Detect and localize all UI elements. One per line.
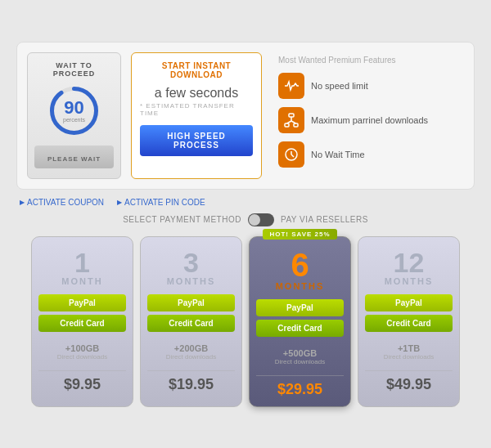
activate-pin-label: ACTIVATE PIN CODE bbox=[124, 198, 205, 207]
payment-method-label: SELECT PAYMENT METHOD bbox=[123, 215, 241, 224]
svg-rect-4 bbox=[294, 123, 298, 127]
payment-toggle-switch[interactable] bbox=[248, 213, 274, 226]
feature-item-0: No speed limit bbox=[278, 73, 457, 99]
paypal-button-0[interactable]: PayPal bbox=[38, 294, 126, 311]
plan-dl-label-1: Direct downloads bbox=[166, 353, 216, 361]
paypal-button-1[interactable]: PayPal bbox=[147, 294, 235, 311]
payment-toggle-row: SELECT PAYMENT METHOD PAY VIA RESELLERS bbox=[16, 213, 475, 226]
plan-unit-0: MONTH bbox=[61, 276, 102, 286]
svg-line-10 bbox=[291, 155, 294, 157]
plan-number-1: 3 bbox=[183, 249, 199, 276]
download-title: START INSTANT DOWNLOAD bbox=[140, 61, 253, 79]
circle-text: 90 percents bbox=[63, 99, 85, 123]
plan-dl-label-2: Direct downloads bbox=[275, 358, 325, 365]
hot-badge-2: HOT! SAVE 25% bbox=[263, 229, 336, 240]
plan-storage-0: +100GB bbox=[65, 343, 99, 353]
paypal-button-2[interactable]: PayPal bbox=[256, 299, 344, 316]
credit-button-1[interactable]: Credit Card bbox=[147, 315, 235, 332]
plan-card-3: 12MONTHSPayPalCredit Card+1TBDirect down… bbox=[358, 236, 460, 407]
paypal-button-3[interactable]: PayPal bbox=[365, 294, 453, 311]
features-title: Most Wanted Premium Features bbox=[278, 56, 457, 65]
activate-pin-link[interactable]: ▶ ACTIVATE PIN CODE bbox=[117, 198, 205, 207]
plan-storage-3: +1TB bbox=[398, 343, 420, 353]
transfer-time: a few seconds bbox=[155, 86, 238, 101]
plan-price-0: $9.95 bbox=[64, 376, 101, 393]
wait-title: WAIT TO PROCEED bbox=[34, 61, 114, 78]
arrow-icon-1: ▶ bbox=[117, 199, 122, 206]
credit-button-3[interactable]: Credit Card bbox=[365, 315, 453, 332]
credit-button-0[interactable]: Credit Card bbox=[38, 315, 126, 332]
svg-line-7 bbox=[291, 121, 296, 123]
plan-card-1: 3MONTHSPayPalCredit Card+200GBDirect dow… bbox=[140, 236, 242, 407]
feature-text-2: No Wait Time bbox=[311, 150, 365, 159]
plan-divider-2 bbox=[256, 375, 344, 376]
top-section: WAIT TO PROCEED 90 percents PLEASE WAIT … bbox=[16, 42, 475, 190]
plan-card-2: HOT! SAVE 25%6MONTHSPayPalCredit Card+50… bbox=[249, 236, 351, 407]
plan-dl-label-0: Direct downloads bbox=[57, 353, 107, 361]
plans-section: 1MONTHPayPalCredit Card+100GBDirect down… bbox=[16, 236, 475, 407]
plan-number-0: 1 bbox=[74, 249, 90, 276]
credit-button-2[interactable]: Credit Card bbox=[256, 320, 344, 337]
activate-coupon-label: ACTIVATE COUPON bbox=[27, 198, 104, 207]
svg-rect-3 bbox=[285, 123, 289, 127]
circle-number: 90 bbox=[63, 99, 85, 117]
pulse-icon bbox=[278, 73, 304, 99]
feature-item-2: No Wait Time bbox=[278, 141, 457, 168]
svg-line-6 bbox=[287, 121, 292, 123]
plan-unit-1: MONTHS bbox=[167, 276, 216, 286]
plan-dl-label-3: Direct downloads bbox=[384, 353, 434, 361]
feature-text-0: No speed limit bbox=[311, 81, 368, 91]
resellers-label: PAY VIA RESELLERS bbox=[281, 215, 368, 224]
plan-number-2: 6 bbox=[291, 249, 309, 281]
plan-unit-2: MONTHS bbox=[276, 281, 325, 291]
plan-price-3: $49.95 bbox=[386, 376, 431, 393]
wait-bottom-text: PLEASE WAIT bbox=[47, 155, 101, 163]
high-speed-button[interactable]: HIGH SPEED PROCESS bbox=[140, 125, 253, 156]
plan-number-3: 12 bbox=[394, 249, 425, 276]
circle-label: percents bbox=[63, 117, 85, 123]
transfer-label: * ESTIMATED TRANSFER TIME bbox=[140, 102, 253, 117]
toggle-knob bbox=[249, 214, 260, 226]
plan-divider-3 bbox=[365, 370, 453, 371]
progress-circle: 90 percents bbox=[47, 84, 101, 137]
plan-unit-3: MONTHS bbox=[385, 276, 434, 286]
network-icon bbox=[278, 107, 304, 133]
svg-rect-2 bbox=[289, 114, 294, 117]
features-box: Most Wanted Premium Features No speed li… bbox=[272, 52, 464, 179]
plan-divider-1 bbox=[147, 370, 235, 371]
plan-storage-2: +500GB bbox=[283, 348, 317, 358]
download-box: START INSTANT DOWNLOAD a few seconds * E… bbox=[131, 52, 262, 179]
plan-divider-0 bbox=[38, 370, 126, 371]
clock-icon bbox=[278, 141, 304, 168]
plan-price-1: $19.95 bbox=[169, 376, 214, 393]
arrow-icon-0: ▶ bbox=[20, 199, 25, 206]
main-container: WAIT TO PROCEED 90 percents PLEASE WAIT … bbox=[16, 34, 475, 415]
links-row: ▶ ACTIVATE COUPON ▶ ACTIVATE PIN CODE bbox=[16, 198, 475, 207]
plan-storage-1: +200GB bbox=[174, 343, 208, 353]
wait-box: WAIT TO PROCEED 90 percents PLEASE WAIT bbox=[27, 52, 121, 179]
plan-price-2: $29.95 bbox=[277, 381, 322, 398]
wait-bottom: PLEASE WAIT bbox=[34, 146, 114, 168]
activate-coupon-link[interactable]: ▶ ACTIVATE COUPON bbox=[20, 198, 104, 207]
feature-item-1: Maximum parrinel downloads bbox=[278, 107, 457, 133]
plan-card-0: 1MONTHPayPalCredit Card+100GBDirect down… bbox=[31, 236, 133, 407]
feature-text-1: Maximum parrinel downloads bbox=[311, 115, 428, 125]
